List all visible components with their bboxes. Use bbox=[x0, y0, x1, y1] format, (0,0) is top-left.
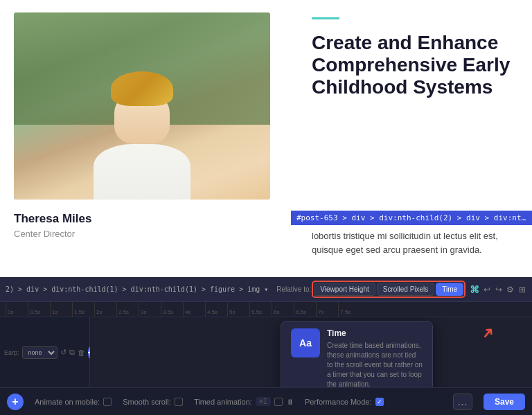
ruler-tick-12: 6s bbox=[272, 302, 294, 317]
timeline-toolbar: 2) > div > div:nth-child(1) > div:nth-ch… bbox=[0, 277, 532, 302]
selector-bar: #post-653 > div > div:nth-child(2) > div… bbox=[291, 211, 532, 225]
left-panel: Theresa Miles Center Director bbox=[0, 0, 291, 277]
add-animate-mobile-btn[interactable]: + bbox=[7, 394, 24, 410]
ruler-tick-14: 7s bbox=[316, 302, 338, 317]
canvas-area: Theresa Miles Center Director Create and… bbox=[0, 0, 532, 277]
relative-to-label: Relative to: bbox=[276, 285, 311, 293]
settings-btn[interactable]: ⚙ bbox=[506, 281, 515, 298]
performance-mode-label: Performance Mode: bbox=[305, 398, 372, 406]
timeline-content: Earp: none ↺ ⧉ 🗑 + ➜ Aa Time Create time… bbox=[0, 317, 532, 387]
smooth-scroll-item: Smooth scroll: bbox=[123, 398, 183, 406]
ruler-tick-13: 6.5s bbox=[294, 302, 316, 317]
status-bar: + Animate on mobile: Smooth scroll: Time… bbox=[0, 387, 532, 415]
ruler-tick-0: 0s bbox=[6, 302, 28, 317]
timeline-controls: Earp: none ↺ ⧉ 🗑 + bbox=[0, 317, 90, 387]
popup-title: Time bbox=[327, 328, 423, 338]
page-preview: Theresa Miles Center Director Create and… bbox=[0, 0, 532, 277]
ruler-track: 0s 0.5s 1s 1.5s 2s 2.5s 3s 3.5s 4s 4.5s … bbox=[6, 302, 360, 317]
timed-animation-label: Timed animation: bbox=[194, 398, 252, 406]
performance-mode-checkbox[interactable]: ✓ bbox=[375, 398, 384, 406]
animate-mobile-label: Animate on mobile: bbox=[35, 398, 100, 406]
ruler-tick-15: 7.5s bbox=[338, 302, 360, 317]
timeline-ruler: 0s 0.5s 1s 1.5s 2s 2.5s 3s 3.5s 4s 4.5s … bbox=[0, 302, 532, 317]
ruler-tick-11: 5.5s bbox=[249, 302, 272, 317]
ruler-tick-2: 1s bbox=[50, 302, 72, 317]
save-button[interactable]: Save bbox=[484, 394, 525, 410]
scrolled-pixels-btn[interactable]: Scrolled Pixels bbox=[377, 283, 435, 296]
earp-select[interactable]: none bbox=[22, 346, 57, 359]
animate-mobile-checkbox[interactable] bbox=[103, 398, 112, 406]
accent-line bbox=[312, 17, 339, 19]
pause-icon[interactable]: ⏸ bbox=[286, 398, 294, 406]
logo-mark: ⌘ bbox=[469, 284, 479, 295]
person-title: Center Director bbox=[14, 229, 277, 239]
redo-btn[interactable]: ↪ bbox=[494, 281, 503, 298]
viewport-height-btn[interactable]: Viewport Height bbox=[314, 283, 375, 296]
popup-content: Time Create time based animations, these… bbox=[327, 328, 423, 387]
popup-desc: Create time based animations, these anim… bbox=[327, 341, 423, 387]
person-info: Theresa Miles Center Director bbox=[14, 206, 277, 239]
ruler-tick-4: 2s bbox=[94, 302, 116, 317]
animate-mobile-item: Animate on mobile: bbox=[35, 398, 112, 406]
undo-btn[interactable]: ↩ bbox=[482, 281, 491, 298]
ruler-tick-1: 0.5s bbox=[28, 302, 50, 317]
time-popup: Aa Time Create time based animations, th… bbox=[281, 321, 433, 387]
ruler-tick-6: 3s bbox=[139, 302, 161, 317]
ruler-tick-7: 3.5s bbox=[161, 302, 183, 317]
copy-icon[interactable]: ⧉ bbox=[69, 346, 75, 359]
right-panel: Create and Enhance Comprehensive Early C… bbox=[291, 0, 532, 277]
smooth-scroll-checkbox[interactable] bbox=[175, 398, 183, 406]
ruler-tick-8: 4s bbox=[183, 302, 205, 317]
popup-icon: Aa bbox=[291, 328, 320, 357]
person-name: Theresa Miles bbox=[14, 212, 277, 226]
refresh-icon[interactable]: ↺ bbox=[60, 346, 66, 359]
timeline-area: 2) > div > div:nth-child(1) > div:nth-ch… bbox=[0, 277, 532, 415]
timeline-track[interactable]: ➜ Aa Time Create time based animations, … bbox=[90, 317, 532, 387]
logo-icon: ⌘ bbox=[470, 284, 479, 295]
main-heading: Create and Enhance Comprehensive Early C… bbox=[312, 32, 518, 99]
timed-shortcut: ⌘I bbox=[256, 397, 271, 406]
red-arrow-icon: ➜ bbox=[477, 323, 498, 344]
ruler-tick-9: 4.5s bbox=[205, 302, 227, 317]
body-text: lobortis tristique mi sollicitudin ut le… bbox=[312, 229, 525, 256]
ruler-tick-3: 1.5s bbox=[72, 302, 94, 317]
performance-mode-item: Performance Mode: ✓ bbox=[305, 398, 384, 406]
earp-label: Earp: bbox=[4, 349, 19, 356]
timed-animation-checkbox[interactable] bbox=[274, 398, 283, 406]
time-btn[interactable]: Time bbox=[436, 283, 463, 296]
grid-btn[interactable]: ⊞ bbox=[517, 281, 526, 298]
timed-animation-item: Timed animation: ⌘I ⏸ bbox=[194, 397, 294, 406]
ruler-tick-10: 5s bbox=[227, 302, 249, 317]
ruler-tick-5: 2.5s bbox=[116, 302, 139, 317]
smooth-scroll-label: Smooth scroll: bbox=[123, 398, 171, 406]
person-photo bbox=[14, 12, 270, 200]
more-btn[interactable]: ... bbox=[453, 394, 472, 410]
timeline-breadcrumb: 2) > div > div:nth-child(1) > div:nth-ch… bbox=[6, 285, 268, 293]
trash-icon[interactable]: 🗑 bbox=[78, 346, 85, 359]
